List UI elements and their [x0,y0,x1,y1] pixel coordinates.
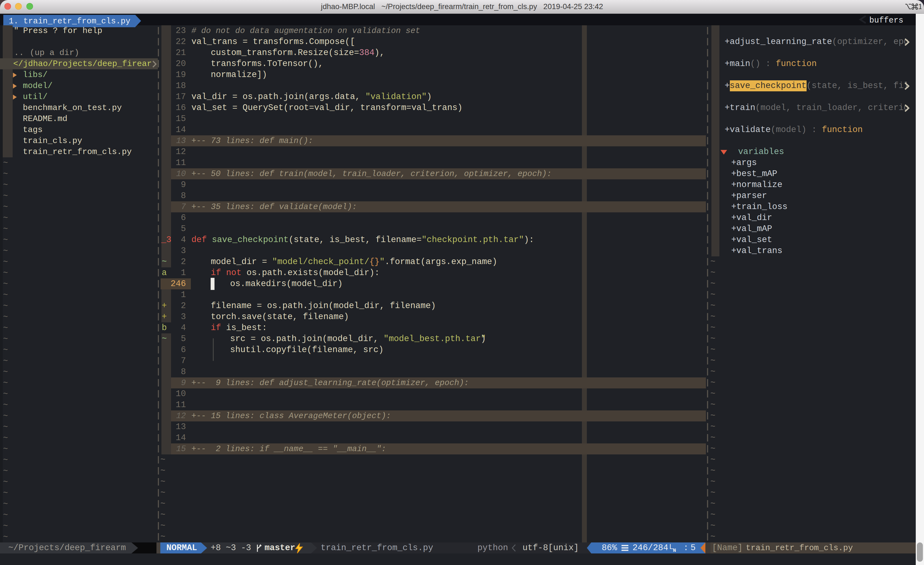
svg-text:1: 1 [918,3,921,10]
